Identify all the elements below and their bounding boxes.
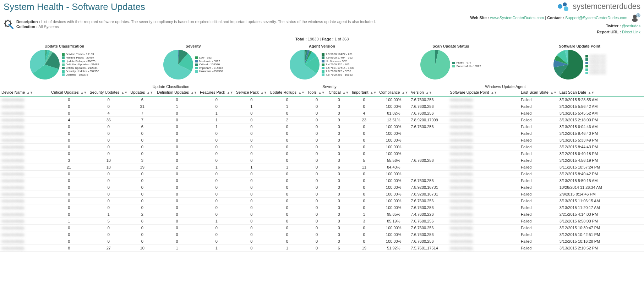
cell-cr: 0 [327, 198, 350, 204]
cell-du: 0 [155, 218, 198, 225]
cell-fp: 0 [198, 171, 235, 177]
table-row[interactable]: redacteddata2118192111061184.40%redacted… [0, 164, 644, 171]
cell-u: 0 [129, 204, 155, 211]
column-header[interactable]: Tools ▲▼ [306, 89, 327, 96]
chart-title: Agent Version [309, 44, 335, 48]
cell-cu: 0 [50, 96, 88, 103]
cell-ls: Failed [519, 123, 558, 130]
table-row[interactable]: redacteddata012000000195.65%7.4.7600.226… [0, 211, 644, 218]
table-row[interactable]: redacteddata0000000000100.00%7.6.7600.25… [0, 198, 644, 204]
cell-cu: 0 [50, 211, 88, 218]
table-row[interactable]: redacteddata0000000000100.00%redacteddat… [0, 144, 644, 150]
cell-cr: 0 [327, 123, 350, 130]
column-header[interactable]: Security Updates ▲▼ [88, 89, 129, 96]
cell-cr: 6 [327, 164, 350, 171]
cell-cr: 0 [327, 137, 350, 144]
table-row[interactable]: redacteddata0000000000100.00%7.8.9200.16… [0, 191, 644, 198]
table-row[interactable]: redacteddata158010000385.19%7.6.7600.256… [0, 218, 644, 225]
table-row[interactable]: redacteddata43670102092313.51%7.8.9200.1… [0, 117, 644, 123]
cell-sp: 0 [235, 96, 268, 103]
column-header[interactable]: Service Pack ▲▼ [235, 89, 268, 96]
cell-cu: 0 [50, 225, 88, 231]
cell-im: 0 [350, 238, 378, 245]
cell-v: 7.6.7600.256 [409, 123, 448, 130]
column-header[interactable]: Critical Updates ▲▼ [50, 89, 88, 96]
cell-sp: 1 [235, 103, 268, 110]
cell-u: 6 [129, 96, 155, 103]
cell-ld: 3/13/2015 2:18:00 PM [558, 117, 644, 123]
cell-v: 7.8.9200.17099 [409, 117, 448, 123]
summary-bar: Total : 19830 | Page : 1 of 368 [0, 35, 644, 43]
legend-item: Failed - 677 [452, 61, 481, 65]
cell-du: 0 [155, 225, 198, 231]
cell-d: redacteddata [0, 110, 50, 117]
column-header[interactable]: Device Name ▲▼ [0, 89, 50, 96]
table-row[interactable]: redacteddata0000000000100.00%7.6.7600.25… [0, 238, 644, 245]
column-header[interactable]: Important ▲▼ [350, 89, 378, 96]
column-header[interactable]: Update Rollups ▲▼ [268, 89, 306, 96]
table-row[interactable]: redacteddata0000000000100.00%7.8.9200.16… [0, 184, 644, 191]
cell-t: 0 [306, 245, 327, 252]
table-row[interactable]: redacteddata0000000000100.00%7.6.7600.25… [0, 204, 644, 211]
cell-v: 7.6.7600.256 [409, 198, 448, 204]
cell-du: 0 [155, 211, 198, 218]
table-row[interactable]: redacteddata0060100000100.00%7.6.7600.25… [0, 123, 644, 130]
cell-cr: 6 [327, 245, 350, 252]
table-row[interactable]: redacteddata0000000000100.00%7.6.7600.25… [0, 225, 644, 231]
column-header[interactable]: Last Scan Date ▲▼ [558, 89, 644, 96]
table-row[interactable]: redacteddata0000000000100.00%7.6.7600.25… [0, 177, 644, 184]
column-header[interactable]: Last Scan State ▲▼ [519, 89, 558, 96]
column-header[interactable]: Updates ▲▼ [129, 89, 155, 96]
report-url-link[interactable]: Direct Link [622, 30, 640, 34]
cell-im: 4 [350, 110, 378, 117]
cell-su: 0 [88, 225, 129, 231]
cell-ls: Failed [519, 225, 558, 231]
contact-link[interactable]: Support@SystemCenterDudes.com [565, 16, 627, 20]
cell-t: 0 [306, 198, 327, 204]
cell-cp: 100.00% [378, 137, 409, 144]
chart-title: Update Classification [44, 44, 84, 48]
cell-sup: redacteddata [448, 218, 519, 225]
table-row[interactable]: redacteddata00311011000100.00%7.6.7600.2… [0, 103, 644, 110]
legend-item: Important - 215816 [195, 66, 223, 70]
cell-cp: 100.00% [378, 130, 409, 137]
column-header[interactable]: Features Pack ▲▼ [198, 89, 235, 96]
legend-item: Unknown - 692380 [195, 70, 223, 73]
svg-point-4 [632, 18, 638, 22]
table-row[interactable]: redacteddata0060000000100.00%7.6.7600.25… [0, 96, 644, 103]
column-header[interactable]: Critical ▲▼ [327, 89, 350, 96]
column-header[interactable]: Compliance ▲▼ [378, 89, 409, 96]
table-row[interactable]: redacteddata3103000003555.56%7.6.7600.25… [0, 157, 644, 164]
column-header[interactable]: Version ▲▼ [409, 89, 448, 96]
cell-ur: 0 [268, 130, 306, 137]
table-row[interactable]: redacteddata0000000000100.00%redacteddat… [0, 171, 644, 177]
column-header[interactable]: Software Update Point ▲▼ [448, 89, 519, 96]
cell-u: 3 [129, 157, 155, 164]
column-header[interactable]: Definition Updates ▲▼ [155, 89, 198, 96]
cell-v: 7.6.7600.256 [409, 225, 448, 231]
cell-sp: 0 [235, 117, 268, 123]
table-row[interactable]: redacteddata0000000000100.00%redacteddat… [0, 150, 644, 157]
cell-v [409, 144, 448, 150]
cell-cp: 100.00% [378, 184, 409, 191]
website-link[interactable]: www.SystemCenterDudes.com [490, 16, 544, 20]
table-row[interactable]: redacteddata827101101061951.92%7.5.7601.… [0, 245, 644, 252]
cell-fp: 0 [198, 198, 235, 204]
table-row[interactable]: redacteddata0000000000100.00%redacteddat… [0, 137, 644, 144]
twitter-link[interactable]: @scdudes [622, 24, 640, 28]
cell-ls: Failed [519, 103, 558, 110]
cell-d: redacteddata [0, 130, 50, 137]
cell-cp: 84.40% [378, 164, 409, 171]
cell-sp: 1 [235, 164, 268, 171]
cell-sup: redacteddata [448, 198, 519, 204]
cell-ls: Failed [519, 144, 558, 150]
table-row[interactable]: redacteddata0000000000100.00%redacteddat… [0, 130, 644, 137]
table-row[interactable]: redacteddata047010000481.82%7.6.7600.256… [0, 110, 644, 117]
cell-ls: Failed [519, 171, 558, 177]
cell-u: 31 [129, 103, 155, 110]
cell-du: 0 [155, 137, 198, 144]
cell-sup: redacteddata [448, 184, 519, 191]
cell-du: 0 [155, 150, 198, 157]
table-row[interactable]: redacteddata0000000000100.00%7.6.7600.25… [0, 231, 644, 238]
legend-item: 7.9.9600.17404 - 362 [322, 56, 354, 60]
